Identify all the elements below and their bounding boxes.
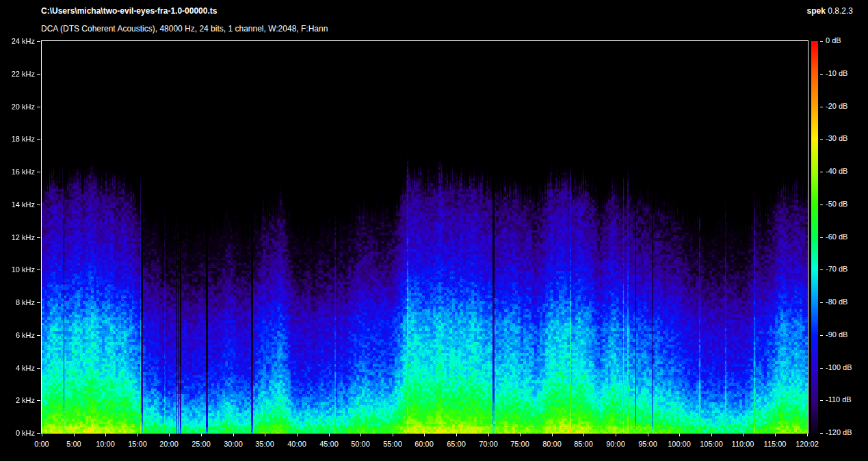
y-axis-label: 24 kHz — [0, 37, 35, 46]
x-axis-tick — [552, 434, 553, 436]
x-axis-tick — [360, 434, 361, 436]
x-axis-tick — [233, 434, 234, 436]
legend-tick — [820, 172, 823, 172]
x-axis-tick — [297, 434, 298, 436]
y-axis-tick — [37, 237, 40, 238]
x-axis-tick — [393, 434, 393, 436]
x-axis-tick — [679, 434, 680, 436]
x-axis-tick — [265, 434, 265, 436]
y-axis-tick — [37, 269, 40, 270]
y-axis-tick — [37, 433, 40, 434]
db-legend-gradient — [811, 41, 818, 434]
x-axis-tick — [648, 434, 648, 436]
legend-label: -50 dB — [826, 200, 847, 209]
legend-tick — [820, 269, 823, 270]
y-axis-label: 8 kHz — [0, 298, 35, 307]
x-axis-tick — [488, 434, 489, 436]
legend-label: -20 dB — [826, 102, 847, 111]
legend-label: -100 dB — [826, 363, 852, 372]
y-axis-label: 22 kHz — [0, 70, 35, 79]
y-axis-tick — [37, 205, 40, 205]
x-axis-tick — [520, 434, 521, 436]
legend-tick — [820, 237, 823, 238]
app-name: spek — [807, 6, 826, 16]
legend-label: -30 dB — [826, 134, 847, 143]
y-axis-tick — [37, 41, 40, 42]
file-path-title: C:\Users\micha\two-evil-eyes-fra-1.0-000… — [41, 6, 217, 16]
y-axis-label: 14 kHz — [0, 200, 35, 209]
legend-tick — [820, 107, 823, 107]
legend-label: -10 dB — [826, 69, 847, 78]
x-axis-tick — [74, 434, 75, 436]
y-axis-label: 0 kHz — [0, 429, 35, 438]
x-axis-tick — [137, 434, 138, 436]
y-axis-label: 20 kHz — [0, 103, 35, 111]
x-axis-tick — [424, 434, 425, 436]
stream-info: DCA (DTS Coherent Acoustics), 48000 Hz, … — [41, 24, 328, 34]
y-axis-label: 16 kHz — [0, 168, 35, 176]
legend-label: -80 dB — [826, 298, 847, 306]
legend-label: -110 dB — [826, 395, 852, 404]
y-axis-label: 4 kHz — [0, 364, 35, 373]
x-axis-tick — [583, 434, 584, 436]
legend-tick — [820, 205, 823, 205]
x-axis-tick — [616, 434, 616, 436]
y-axis-label: 2 kHz — [0, 396, 35, 405]
y-axis-tick — [37, 335, 40, 336]
x-axis-tick — [329, 434, 330, 436]
y-axis-tick — [37, 302, 40, 303]
y-axis-tick — [37, 400, 40, 401]
y-axis-label: 18 kHz — [0, 135, 35, 144]
legend-label: -60 dB — [826, 233, 847, 241]
spek-window: C:\Users\micha\two-evil-eyes-fra-1.0-000… — [0, 0, 868, 461]
x-axis-tick — [775, 434, 776, 436]
x-axis-tick — [169, 434, 170, 436]
legend-label: -120 dB — [826, 428, 852, 437]
legend-tick — [820, 41, 823, 42]
legend-tick — [820, 302, 823, 303]
x-axis-tick — [743, 434, 744, 436]
y-axis-tick — [37, 139, 40, 140]
legend-tick — [820, 368, 823, 369]
y-axis-tick — [37, 172, 40, 172]
x-axis-tick — [105, 434, 106, 436]
x-axis-tick — [807, 434, 808, 436]
y-axis-label: 10 kHz — [0, 265, 35, 274]
y-axis-tick — [37, 74, 40, 75]
legend-label: 0 dB — [826, 36, 841, 45]
y-axis-tick — [37, 368, 40, 369]
y-axis-tick — [37, 107, 40, 107]
x-axis-tick — [42, 434, 42, 436]
x-axis-tick — [711, 434, 712, 436]
legend-tick — [820, 433, 823, 434]
legend-tick — [820, 139, 823, 140]
x-axis-label: 120:02 — [788, 440, 826, 449]
legend-label: -40 dB — [826, 167, 847, 176]
app-version: 0.8.2.3 — [828, 6, 853, 16]
x-axis-tick — [201, 434, 202, 436]
app-brand: spek 0.8.2.3 — [807, 6, 853, 16]
y-axis-label: 12 kHz — [0, 233, 35, 242]
spectrogram — [42, 41, 808, 434]
legend-label: -70 dB — [826, 265, 847, 274]
legend-tick — [820, 74, 823, 75]
legend-tick — [820, 335, 823, 336]
legend-label: -90 dB — [826, 330, 847, 339]
legend-tick — [820, 400, 823, 401]
x-axis-tick — [456, 434, 457, 436]
y-axis-label: 6 kHz — [0, 331, 35, 340]
